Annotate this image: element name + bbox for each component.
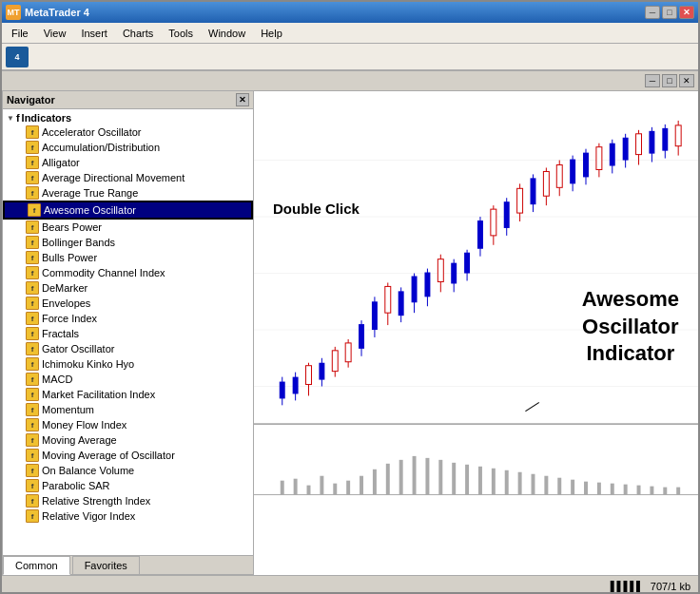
svg-rect-43 [504,201,510,228]
indicator-icon: f [28,203,41,217]
indicator-icon: f [26,327,39,340]
svg-rect-41 [491,209,496,236]
indicator-icon: f [26,418,39,431]
indicator-icon: f [26,186,39,200]
list-item[interactable]: f DeMarker [3,280,253,296]
nav-tree[interactable]: ▼ f Indicators f Accelerator Oscillator … [3,109,253,555]
svg-rect-29 [412,277,418,303]
list-item[interactable]: f Alligator [3,155,253,170]
list-item[interactable]: f On Balance Volume [3,463,253,478]
list-item[interactable]: f Money Flow Index [3,417,253,432]
list-item[interactable]: f Commodity Channel Index [3,265,253,280]
indicator-icon: f [26,266,39,279]
svg-rect-72 [294,479,298,495]
svg-rect-23 [372,301,378,330]
item-label: Commodity Channel Index [42,267,165,278]
svg-rect-91 [544,476,548,495]
list-item[interactable]: f Gator Oscillator [3,341,253,356]
svg-rect-83 [438,460,442,495]
list-item[interactable]: f Average True Range [3,185,253,201]
list-item[interactable]: f Relative Strength Index [3,493,253,508]
svg-rect-77 [360,476,363,495]
item-label: Accumulation/Distribution [42,142,160,153]
tab-favorites[interactable]: Favorites [72,556,140,574]
navigator-close-button[interactable]: ✕ [236,93,249,106]
root-icon: f [16,112,20,124]
indicators-section: ▼ f Indicators f Accelerator Oscillator … [3,109,253,526]
list-item[interactable]: f Envelopes [3,296,253,311]
item-label: Bears Power [42,221,102,233]
inner-maximize-btn[interactable]: □ [662,74,677,87]
svg-rect-98 [637,486,641,495]
minimize-button[interactable]: ─ [645,6,660,19]
indicator-icon: f [26,464,39,477]
svg-rect-75 [333,484,337,495]
menu-window[interactable]: Window [201,26,253,41]
toolbar: 4 [2,44,698,70]
status-right: ▌▌▌▌▌ 707/1 kb [611,581,690,592]
indicator-icon: f [26,357,39,371]
menu-tools[interactable]: Tools [161,26,201,41]
svg-rect-17 [332,351,338,372]
chart-area[interactable]: Double Click Awesome Oscillator Indicato… [254,91,698,575]
menu-view[interactable]: View [36,26,74,41]
list-item[interactable]: f Relative Vigor Index [3,508,253,524]
svg-rect-67 [662,128,668,151]
svg-rect-96 [611,484,614,495]
indicators-label: Indicators [22,112,72,124]
list-item[interactable]: f Bollinger Bands [3,235,253,250]
svg-rect-9 [280,382,285,399]
title-bar-left: MT MetaTrader 4 [6,5,89,20]
svg-rect-87 [492,469,496,495]
selected-item[interactable]: f Awesome Oscillator [3,201,253,220]
svg-rect-35 [451,263,457,284]
item-label: Average True Range [42,187,138,199]
list-item[interactable]: f Bulls Power [3,250,253,265]
list-item[interactable]: f Accumulation/Distribution [3,140,253,155]
svg-rect-47 [531,178,536,204]
item-label: Momentum [42,404,94,415]
menu-file[interactable]: File [4,26,36,41]
annotation-line2: Oscillator [582,314,679,341]
tab-common[interactable]: Common [3,556,70,575]
navigator-title: Navigator [7,94,55,105]
svg-rect-65 [649,131,654,154]
list-item[interactable]: f Average Directional Movement [3,170,253,185]
item-label: Envelopes [42,297,90,309]
svg-rect-25 [385,286,391,313]
svg-rect-93 [571,480,574,495]
svg-rect-85 [465,465,469,495]
list-item[interactable]: f Moving Average of Oscillator [3,448,253,463]
svg-rect-100 [663,488,667,495]
indicator-icon: f [26,141,39,154]
svg-rect-82 [425,458,429,495]
close-button[interactable]: ✕ [679,6,694,19]
menu-insert[interactable]: Insert [73,26,115,41]
svg-rect-79 [386,464,390,495]
list-item[interactable]: f Parabolic SAR [3,478,253,493]
list-item[interactable]: f Market Facilitation Index [3,387,253,402]
svg-rect-57 [596,147,602,170]
list-item[interactable]: f Momentum [3,402,253,417]
svg-rect-86 [478,467,482,495]
list-item[interactable]: f Accelerator Oscillator [3,125,253,140]
menu-charts[interactable]: Charts [115,26,161,41]
menu-help[interactable]: Help [253,26,290,41]
list-item[interactable]: f Bears Power [3,220,253,235]
svg-rect-53 [570,160,575,184]
list-item[interactable]: f Force Index [3,311,253,326]
inner-close-btn[interactable]: ✕ [679,74,694,87]
svg-rect-97 [624,485,628,495]
svg-rect-74 [320,476,323,495]
title-bar: MT MetaTrader 4 ─ □ ✕ [2,2,698,23]
list-item[interactable]: f Fractals [3,326,253,341]
list-item[interactable]: f Moving Average [3,432,253,448]
inner-minimize-btn[interactable]: ─ [645,74,660,87]
list-item[interactable]: f Ichimoku Kinko Hyo [3,356,253,372]
list-item[interactable]: f MACD [3,372,253,387]
expand-icon: ▼ [7,114,14,123]
nav-tabs: Common Favorites [3,555,253,574]
maximize-button[interactable]: □ [662,6,677,19]
indicators-root[interactable]: ▼ f Indicators [3,111,253,125]
indicator-icon: f [26,125,39,139]
